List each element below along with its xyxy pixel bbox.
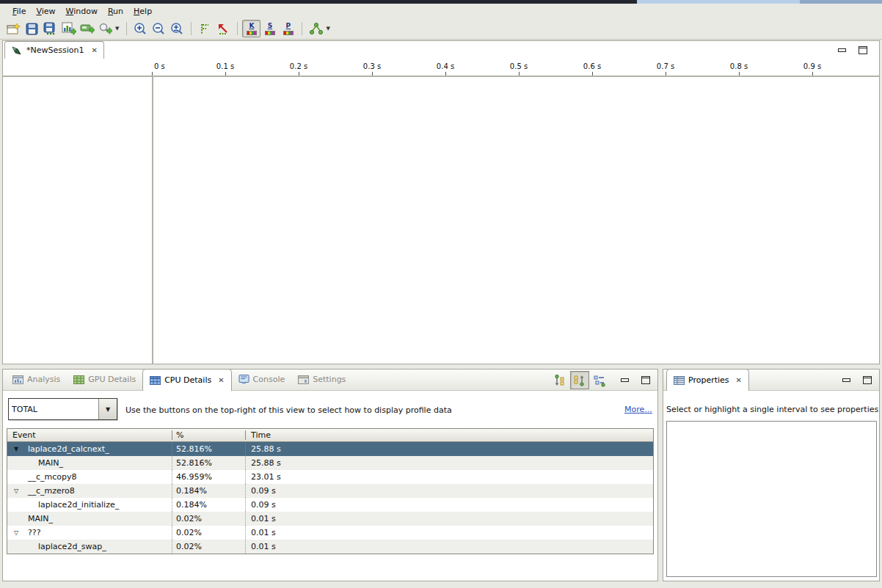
cpu-events-table: Event % Time ▼laplace2d_calcnext_ 52.816… [7,428,654,554]
timeline-editor: *NewSession1 ✕ 0 s 0.1 s 0.2 s 0.3 s 0.4… [2,40,880,364]
ruler-tick-label: 0.9 s [803,62,821,70]
expander-icon[interactable]: ▼ [12,446,21,452]
menu-help[interactable]: Help [128,5,157,18]
search-run-button[interactable] [96,20,114,37]
menu-file[interactable]: File [7,5,31,18]
column-header-time[interactable]: Time [246,430,653,440]
properties-minimize-button[interactable] [842,378,850,382]
column-header-event[interactable]: Event [7,430,172,440]
magnifier-run-icon [98,23,113,35]
tree-topdown-icon [553,374,566,387]
new-session-button[interactable] [4,20,23,37]
combobox-dropdown-button[interactable]: ▼ [98,399,117,419]
view-hint-text: Use the buttons on the top-right of this… [125,405,452,415]
timeline-chart-icon [62,22,76,35]
search-dropdown-caret[interactable]: ▼ [114,26,122,32]
reset-arrow-icon [217,23,230,35]
zoom-in-icon [134,22,147,36]
table-row[interactable]: MAIN_ 0.02% 0.01 s [7,512,653,526]
ruler-tick-label: 0.6 s [583,62,601,70]
zoom-fit-button[interactable] [168,20,186,37]
table-row[interactable]: MAIN_ 52.816% 25.88 s [7,456,653,470]
import-profile-button[interactable] [78,20,96,37]
timeline-ruler[interactable]: 0 s 0.1 s 0.2 s 0.3 s 0.4 s 0.5 s 0.6 s … [3,59,879,76]
session-tab-close-icon[interactable]: ✕ [91,46,97,54]
properties-tab-icon [674,376,685,385]
save-button[interactable] [23,20,41,37]
kernel-view-button[interactable]: K [242,20,260,37]
save-icon [26,23,38,35]
session-tab-label: *NewSession1 [26,45,84,55]
tab-settings-label: Settings [313,375,346,384]
properties-maximize-button[interactable] [863,376,872,384]
row-name-divider[interactable] [152,76,153,364]
save-all-icon [43,22,57,35]
details-maximize-button[interactable] [641,376,650,384]
ruler-baseline [3,76,879,77]
table-row[interactable]: __c_mcopy8 46.959% 23.01 s [7,470,653,484]
tab-settings[interactable]: Settings [291,369,352,390]
generate-timeline-button[interactable] [59,20,78,37]
stream-view-icon: S [265,23,275,35]
analysis-tree-button[interactable] [307,20,325,37]
menu-bar: File View Window Run Help [0,4,882,18]
column-header-percent[interactable]: % [172,430,246,440]
kernel-view-icon: K [247,23,257,35]
tree-topdown-button[interactable] [550,371,569,389]
import-card-icon [80,23,95,34]
tab-analysis[interactable]: Analysis [6,369,67,390]
ruler-tick-label: 0.7 s [657,62,674,70]
zoom-out-button[interactable] [150,20,168,37]
table-row[interactable]: ▽??? 0.02% 0.01 s [7,526,653,540]
tab-gpu-details[interactable]: GPU Details [67,369,142,390]
flat-view-button[interactable] [590,371,609,389]
save-all-button[interactable] [41,20,59,37]
properties-hint-text: Select or highlight a single interval to… [666,405,878,414]
details-tab-strip: Analysis GPU Details CPU Details ✕ Conso… [3,370,657,391]
table-row[interactable]: laplace2d_swap_ 0.02% 0.01 s [7,540,653,554]
metric-combobox-value: TOTAL [9,399,98,419]
editor-minimize-button[interactable] [838,48,846,52]
ruler-tick-label: 0 s [154,62,165,70]
tree-bottomup-button[interactable] [570,371,589,389]
ruler-tick-label: 0.8 s [730,62,748,70]
new-session-icon [7,23,21,35]
expander-icon[interactable]: ▽ [12,529,21,536]
table-header[interactable]: Event % Time [7,429,653,442]
properties-empty-box [666,421,877,577]
settings-tab-icon [298,375,309,384]
zoom-out-icon [152,22,166,36]
session-tab[interactable]: *NewSession1 ✕ [4,41,104,59]
properties-panel: Properties ✕ Select or highlight a singl… [663,369,880,581]
cpu-details-close-icon[interactable]: ✕ [218,376,224,384]
zoom-in-button[interactable] [131,20,150,37]
flat-view-icon [593,374,606,387]
reset-zoom-button[interactable] [214,20,233,37]
tab-console[interactable]: Console [232,369,292,390]
console-tab-icon [238,375,249,384]
analysis-dropdown-caret[interactable]: ▼ [325,26,332,32]
properties-content: Select or highlight a single interval to… [663,391,879,580]
editor-maximize-button[interactable] [859,46,867,54]
properties-tab-strip: Properties ✕ [663,370,879,391]
metric-combobox[interactable]: TOTAL ▼ [8,398,117,420]
menu-run[interactable]: Run [103,5,128,18]
properties-close-icon[interactable]: ✕ [736,376,742,384]
ruler-tick-label: 0.3 s [363,62,381,70]
details-minimize-button[interactable] [621,378,629,382]
mark-range-button[interactable] [196,20,214,37]
tree-bottomup-icon [573,374,586,387]
menu-view[interactable]: View [31,5,60,18]
table-row[interactable]: laplace2d_initialize_ 0.184% 0.09 s [7,498,653,512]
table-row[interactable]: ▼laplace2d_calcnext_ 52.816% 25.88 s [7,442,653,456]
stream-view-button[interactable]: S [260,20,279,37]
expander-icon[interactable]: ▽ [12,488,21,494]
ruler-tick-label: 0.1 s [216,62,234,70]
tab-properties[interactable]: Properties ✕ [666,369,749,391]
menu-window[interactable]: Window [61,5,103,18]
more-link[interactable]: More... [624,405,652,414]
session-icon [11,45,22,56]
process-view-button[interactable]: P [279,20,297,37]
tab-cpu-details[interactable]: CPU Details ✕ [142,369,231,391]
table-row[interactable]: ▽__c_mzero8 0.184% 0.09 s [7,484,653,498]
